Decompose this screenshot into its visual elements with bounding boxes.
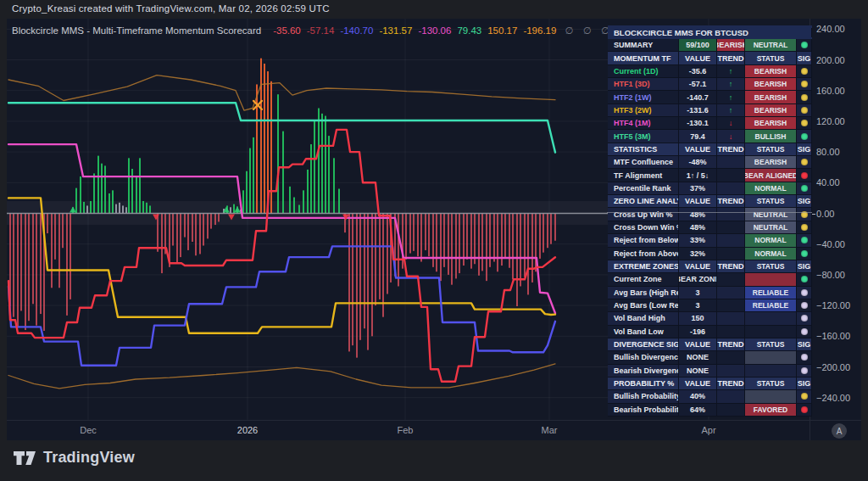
time-axis-label: Feb [398, 425, 414, 435]
row-value: VALUE [679, 378, 717, 390]
row-label: DIVERGENCE SIGNALS [608, 338, 679, 351]
row-label: Cross Down Win % [608, 221, 679, 234]
signal-dot-icon [801, 276, 808, 282]
row-label: HTF2 (1W) [608, 91, 679, 103]
row-label: HTF4 (1M) [608, 117, 679, 130]
row-status-badge: STATUS [745, 338, 797, 351]
indicator-value: -130.06 [418, 25, 451, 36]
row-trend [717, 273, 745, 286]
row-label: Vol Band High [608, 312, 679, 325]
signal-dot-icon [801, 250, 808, 257]
table-row: Bullish DivergenceNONE [608, 351, 812, 364]
row-signal [797, 117, 812, 130]
indicator-values: -35.60-57.14-140.70-131.57-130.0679.4315… [267, 25, 556, 36]
table-row: HTF3 (2W)-131.6↑BEARISH [608, 104, 812, 117]
row-trend [717, 234, 745, 247]
row-signal: SIG [797, 143, 812, 156]
row-value: VALUE [679, 143, 717, 156]
tradingview-chart-window: Crypto_Kreasi created with TradingView.c… [0, 0, 868, 481]
tradingview-logo[interactable]: TradingView [13, 449, 135, 467]
row-value: -35.6 [679, 65, 717, 78]
row-label: Reject from Above [608, 248, 679, 260]
row-trend [717, 312, 745, 325]
signal-dot-icon [801, 289, 808, 296]
price-axis[interactable]: 240.00200.00160.00120.0080.0040.000.00−4… [810, 19, 861, 420]
row-label: Cross Up Win % [608, 208, 679, 221]
row-trend: BEARISH [717, 39, 745, 52]
time-axis-label: 2026 [237, 425, 258, 435]
table-row: HTF2 (1W)-140.7↑BEARISH [608, 91, 812, 103]
row-signal [797, 326, 812, 338]
table-row: Bearish DivergenceNONE [608, 365, 812, 378]
row-signal [797, 248, 812, 260]
attribution-logo-button[interactable]: A [832, 423, 847, 439]
row-trend: TREND [717, 143, 745, 156]
signal-dot-icon [801, 107, 808, 114]
row-trend [717, 351, 745, 364]
row-value: 79.4 [679, 130, 717, 143]
signal-dot-icon [801, 354, 808, 361]
table-row: HTF5 (3M)79.4↓BULLISH [608, 130, 812, 143]
row-value: 37% [679, 182, 717, 195]
table-row: HTF1 (3D)-57.1↑BEARISH [608, 78, 812, 91]
row-label: Bearish Probability [608, 404, 679, 417]
row-label: MTF Confluence [608, 156, 679, 169]
table-row: Reject from Above32%NORMAL [608, 248, 812, 260]
row-status-badge: BEAR ALIGNED [745, 169, 797, 182]
row-signal [797, 312, 812, 325]
row-signal [797, 299, 812, 312]
indicator-value: -140.70 [340, 25, 373, 36]
price-axis-label: 0.00 [816, 209, 834, 219]
row-signal: SIG [797, 338, 812, 351]
signal-dot-icon [801, 81, 808, 87]
indicator-title-row[interactable]: Blockcircle MMS - Multi-Timeframe Moment… [12, 25, 667, 36]
row-signal [797, 404, 812, 417]
signal-dot-icon [801, 185, 808, 192]
row-value: 64% [679, 404, 717, 417]
row-label: SUMMARY [608, 39, 679, 52]
signal-dot-icon [801, 302, 808, 309]
row-status-badge: BEARISH [745, 156, 797, 169]
row-trend: ↑ [717, 104, 745, 117]
row-signal [797, 221, 812, 234]
price-axis-label: −160.00 [816, 331, 850, 341]
row-value: 33% [679, 234, 717, 247]
row-trend: TREND [717, 378, 745, 390]
row-status-badge: STATUS [745, 143, 797, 156]
table-rows: SUMMARY59/100BEARISHNEUTRALMOMENTUM TFVA… [608, 39, 812, 417]
row-signal [797, 169, 812, 182]
tradingview-logo-text: TradingView [43, 449, 135, 467]
signal-dot-icon [801, 172, 808, 179]
row-signal [797, 365, 812, 378]
time-axis[interactable]: Dec2026FebMarApr [7, 421, 810, 440]
row-label: PROBABILITY % [608, 378, 679, 390]
row-signal [797, 273, 812, 286]
time-axis-label: Mar [542, 425, 558, 435]
price-axis-label: −40.00 [816, 239, 845, 249]
row-trend [717, 299, 745, 312]
price-axis-label: 120.00 [816, 116, 845, 126]
row-signal [797, 287, 812, 299]
signal-dot-icon [801, 367, 808, 374]
row-status-badge: RELIABLE [745, 299, 797, 312]
table-row: HTF4 (1M)-130.1↓BEARISH [608, 117, 812, 130]
table-row: SUMMARY59/100BEARISHNEUTRAL [608, 39, 812, 52]
row-label: HTF5 (3M) [608, 130, 679, 143]
row-trend: TREND [717, 195, 745, 208]
table-row: Vol Band High150 [608, 312, 812, 325]
table-row: Current ZoneBEAR ZONE [608, 273, 812, 286]
row-status-badge: NORMAL [745, 182, 797, 195]
row-value: VALUE [679, 260, 717, 273]
row-signal [797, 351, 812, 364]
signal-dot-icon [801, 133, 808, 140]
row-signal [797, 91, 812, 103]
row-signal [797, 130, 812, 143]
tradingview-logo-icon [13, 450, 36, 467]
signal-dot-icon [801, 68, 808, 75]
row-status-badge: BEARISH [745, 117, 797, 130]
signal-dot-icon [801, 237, 808, 243]
row-trend [717, 326, 745, 338]
price-axis-label: 80.00 [816, 147, 840, 157]
row-label: ZERO LINE ANALYSIS [608, 195, 679, 208]
row-signal: SIG [797, 52, 812, 64]
